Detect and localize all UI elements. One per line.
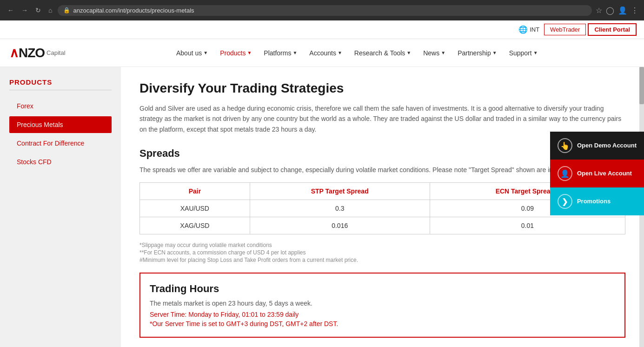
demo-icon: 👆 — [558, 138, 572, 153]
partnership-chevron-icon: ▼ — [492, 50, 497, 55]
page-layout: PRODUCTS Forex Precious Metals Contract … — [0, 67, 644, 347]
live-label: Open Live Account — [577, 170, 632, 178]
nav-research-label: Research & Tools — [354, 49, 405, 57]
region-label: INT — [530, 26, 539, 33]
nav-news-label: News — [423, 49, 439, 57]
page-title: Diversify Your Trading Strategies — [139, 81, 625, 96]
sidebar-title: PRODUCTS — [9, 78, 112, 86]
nav-support-label: Support — [509, 49, 532, 57]
trading-hours-note: *Our Server Time is set to GMT+3 during … — [150, 320, 615, 327]
profile-icon[interactable]: 👤 — [618, 6, 627, 15]
lock-icon: 🔒 — [63, 7, 70, 13]
row2-stp: 0.016 — [250, 217, 430, 234]
menu-icon[interactable]: ⋮ — [631, 6, 638, 15]
news-chevron-icon: ▼ — [441, 50, 445, 55]
promo-icon: ❯ — [558, 194, 572, 209]
about-chevron-icon: ▼ — [203, 50, 208, 55]
nav-products-label: Products — [220, 49, 246, 57]
col-stp: STP Target Spread — [250, 183, 430, 200]
open-demo-account-button[interactable]: 👆 Open Demo Account — [550, 132, 644, 160]
nav-about-label: About us — [176, 49, 202, 57]
browser-chrome: ← → ↻ ⌂ 🔒 anzocapital.com/int/products/p… — [0, 0, 644, 20]
logo-a: ∧ — [9, 46, 19, 60]
client-portal-button[interactable]: Client Portal — [588, 23, 637, 36]
scrollbar-thumb[interactable] — [639, 67, 644, 104]
nav-about[interactable]: About us ▼ — [171, 46, 213, 60]
right-buttons: 👆 Open Demo Account 👤 Open Live Account … — [550, 132, 644, 215]
sidebar-item-forex[interactable]: Forex — [9, 98, 112, 114]
intro-text: Gold and Silver are used as a hedge duri… — [139, 103, 625, 134]
sidebar: PRODUCTS Forex Precious Metals Contract … — [0, 67, 121, 347]
live-icon: 👤 — [558, 166, 572, 181]
footnote-3: #Minimum level for placing Stop Loss and… — [139, 257, 625, 263]
research-chevron-icon: ▼ — [406, 50, 411, 55]
nav-accounts[interactable]: Accounts ▼ — [304, 46, 348, 60]
main-nav: ∧NZO Capital About us ▼ Products ▼ Platf… — [0, 39, 644, 67]
footnotes: *Slippage may occur during volatile mark… — [139, 242, 625, 263]
bookmark-icon[interactable]: ☆ — [596, 6, 602, 15]
demo-label: Open Demo Account — [577, 142, 637, 150]
logo-capital: Capital — [46, 49, 65, 56]
row1-stp: 0.3 — [250, 200, 430, 217]
promotions-button[interactable]: ❯ Promotions — [550, 187, 644, 215]
home-button[interactable]: ⌂ — [46, 6, 54, 15]
sidebar-item-cfd[interactable]: Contract For Difference — [9, 135, 112, 152]
nav-partnership-label: Partnership — [458, 49, 491, 57]
table-row: XAG/USD 0.016 0.01 — [140, 217, 625, 234]
nav-items: About us ▼ Products ▼ Platforms ▼ Accoun… — [80, 46, 635, 60]
globe-icon: 🌐 — [518, 25, 528, 34]
nav-products[interactable]: Products ▼ — [214, 46, 257, 60]
trading-hours-time: Server Time: Monday to Friday, 01:01 to … — [150, 311, 615, 318]
footnote-1: *Slippage may occur during volatile mark… — [139, 242, 625, 248]
browser-actions: ☆ ◯ 👤 ⋮ — [596, 6, 638, 15]
sidebar-item-precious-metals[interactable]: Precious Metals — [9, 116, 112, 133]
row2-pair: XAG/USD — [140, 217, 250, 234]
extensions-icon[interactable]: ◯ — [606, 6, 614, 15]
promo-label: Promotions — [577, 198, 611, 206]
webtrader-button[interactable]: WebTrader — [544, 24, 586, 35]
top-bar: 🌐 INT WebTrader Client Portal — [0, 20, 644, 39]
url-text: anzocapital.com/int/products/precious-me… — [73, 7, 194, 14]
accounts-chevron-icon: ▼ — [338, 50, 342, 55]
address-bar[interactable]: 🔒 anzocapital.com/int/products/precious-… — [58, 5, 592, 16]
logo-text: ∧NZO — [9, 45, 45, 60]
nav-accounts-label: Accounts — [309, 49, 336, 57]
row1-pair: XAU/USD — [140, 200, 250, 217]
refresh-button[interactable]: ↻ — [33, 6, 43, 15]
nav-research[interactable]: Research & Tools ▼ — [349, 46, 417, 60]
footnote-2: **For ECN accounts, a commission charge … — [139, 249, 625, 256]
trading-hours-box: Trading Hours The metals market is open … — [139, 273, 625, 338]
support-chevron-icon: ▼ — [533, 50, 538, 55]
sidebar-item-stocks-cfd[interactable]: Stocks CFD — [9, 153, 112, 170]
nav-platforms-label: Platforms — [264, 49, 291, 57]
products-chevron-icon: ▼ — [247, 50, 252, 55]
open-live-account-button[interactable]: 👤 Open Live Account — [550, 160, 644, 187]
region-selector[interactable]: 🌐 INT — [518, 25, 539, 34]
nav-news[interactable]: News ▼ — [418, 46, 451, 60]
col-pair: Pair — [140, 183, 250, 200]
nav-platforms[interactable]: Platforms ▼ — [258, 46, 303, 60]
nav-support[interactable]: Support ▼ — [504, 46, 544, 60]
platforms-chevron-icon: ▼ — [292, 50, 297, 55]
trading-hours-desc: The metals market is open 23 hours day, … — [150, 300, 615, 307]
logo[interactable]: ∧NZO Capital — [9, 45, 66, 60]
trading-hours-title: Trading Hours — [150, 283, 615, 295]
sidebar-divider — [9, 90, 112, 90]
forward-button[interactable]: → — [20, 6, 30, 15]
back-button[interactable]: ← — [6, 6, 16, 15]
nav-partnership[interactable]: Partnership ▼ — [452, 46, 503, 60]
row2-ecn: 0.01 — [430, 217, 625, 234]
